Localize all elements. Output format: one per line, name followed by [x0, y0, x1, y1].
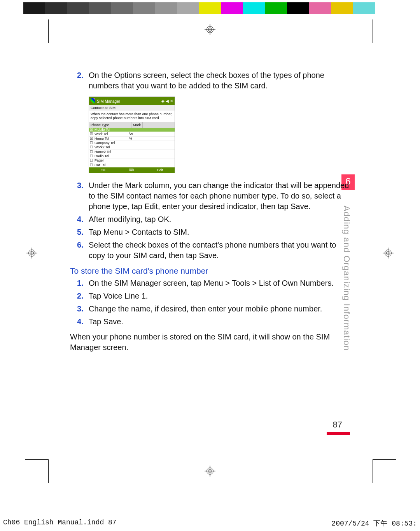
ss-bottombar: OK ⌨ Edit	[89, 167, 175, 173]
ss-row: ☐Home2 Tel	[89, 150, 175, 154]
crop-mark	[373, 43, 396, 43]
ss-keyboard-icon: ⌨	[129, 168, 134, 172]
crop-mark	[48, 459, 49, 483]
page-number-bar	[327, 432, 350, 435]
step-text: Tap Menu > Contacts to SIM.	[89, 228, 189, 236]
section-heading: To store the SIM card's phone number	[70, 266, 350, 276]
step-item: 3. Change the name, if desired, then ent…	[70, 304, 350, 314]
ss-edit: Edit	[157, 168, 163, 172]
crop-mark	[373, 459, 396, 460]
ss-checkbox: ☑	[89, 132, 94, 136]
ss-row: ☐Company Tel	[89, 141, 175, 145]
registration-mark-icon	[205, 24, 215, 35]
ss-checkbox: ☐	[89, 150, 94, 154]
ss-row: ☑Work Tel/W	[89, 132, 175, 136]
step-item: 2. Tap Voice Line 1.	[70, 291, 350, 301]
ss-row-mark	[129, 154, 144, 158]
printer-colorbar	[23, 2, 397, 14]
step-text: Change the name, if desired, then enter …	[89, 304, 322, 313]
step-item: 5. Tap Menu > Contacts to SIM.	[70, 227, 350, 237]
paragraph: When your phone number is stored on the …	[70, 332, 350, 353]
step-number: 3.	[77, 304, 84, 314]
step-number: 6.	[77, 240, 84, 250]
print-footer: Ch06_English_Manual.indd 87 2007/5/24 下午…	[3, 519, 417, 528]
step-item: 4. Tap Save.	[70, 316, 350, 327]
step-number: 4.	[77, 214, 84, 225]
ss-ok: OK	[101, 168, 106, 172]
ss-row: ☑Home Tel/H	[89, 137, 175, 141]
ss-row: ☐Work2 Tel	[89, 145, 175, 149]
ss-col-2: Mark	[131, 122, 143, 128]
ss-row-mark	[129, 158, 144, 162]
step-number: 4.	[77, 316, 84, 327]
ss-row-label: Radio Tel	[94, 154, 129, 158]
step-text: Tap Save.	[89, 317, 123, 326]
step-item: 6. Select the check boxes of the contact…	[70, 240, 350, 261]
embedded-device-screenshot: SIM Manager ◈ ◀ ✕ Contacts to SIM When t…	[89, 97, 175, 173]
step-number: 1.	[77, 278, 84, 288]
ss-description: When the contact has more than one phone…	[89, 111, 175, 122]
step-number: 5.	[77, 227, 84, 237]
step-text: Tap Voice Line 1.	[89, 292, 148, 300]
ss-titlebar: SIM Manager ◈ ◀ ✕	[89, 97, 175, 105]
ss-row-label: Company Tel	[94, 141, 129, 145]
ss-row-mark	[129, 145, 144, 149]
ss-row: ☐Pager	[89, 158, 175, 163]
crop-mark	[373, 459, 373, 483]
ss-row-mark	[129, 150, 144, 154]
ss-row: ☐Radio Tel	[89, 154, 175, 158]
ss-checkbox: ☐	[89, 163, 94, 167]
ss-row-label: Mobile Tel	[94, 128, 129, 132]
steps-list-a-cont: 3. Under the Mark column, you can change…	[70, 180, 350, 261]
footer-datetime: 2007/5/24 下午 08:53:	[331, 519, 417, 528]
steps-list-a: 2. On the Options screen, select the che…	[70, 70, 350, 91]
step-text: Select the check boxes of the contact's …	[89, 241, 336, 260]
registration-mark-icon	[383, 248, 394, 258]
ss-checkbox: ☐	[89, 154, 94, 158]
ss-status-icons: ◈ ◀ ✕	[161, 99, 173, 104]
step-text: On the Options screen, select the check …	[89, 71, 324, 90]
ss-checkbox: ☐	[89, 141, 94, 145]
registration-mark-icon	[205, 466, 215, 476]
ss-checkbox: ☐	[89, 158, 94, 162]
step-number: 2.	[77, 70, 84, 81]
crop-mark	[373, 19, 373, 43]
step-item: 2. On the Options screen, select the che…	[70, 70, 350, 91]
page-content: 2. On the Options screen, select the che…	[70, 70, 350, 353]
ss-row-mark	[129, 141, 144, 145]
ss-table-header: Phone Type Mark	[89, 122, 175, 128]
crop-mark	[25, 459, 48, 460]
ss-row-label: Pager	[94, 158, 129, 162]
step-item: 3. Under the Mark column, you can change…	[70, 180, 350, 212]
step-text: On the SIM Manager screen, tap Menu > To…	[89, 279, 334, 287]
steps-list-b: 1. On the SIM Manager screen, tap Menu >…	[70, 278, 350, 327]
ss-row-label: Work2 Tel	[94, 145, 129, 149]
ss-row-label: Home2 Tel	[94, 150, 129, 154]
step-number: 3.	[77, 180, 84, 191]
registration-mark-icon	[26, 248, 37, 258]
ss-row-mark	[129, 128, 144, 132]
ss-row-mark: /W	[129, 132, 144, 136]
ss-row-label: Work Tel	[94, 132, 129, 136]
crop-mark	[25, 43, 48, 43]
windows-icon	[91, 98, 95, 103]
ss-row: ☐Car Tel	[89, 163, 175, 167]
ss-row-label: Car Tel	[94, 163, 129, 167]
ss-row-label: Home Tel	[94, 137, 129, 141]
page-number: 87	[333, 420, 342, 430]
ss-row-mark: /H	[129, 137, 144, 141]
ss-subtitle: Contacts to SIM	[89, 105, 175, 111]
step-number: 2.	[77, 291, 84, 301]
step-text: Under the Mark column, you can change th…	[89, 181, 349, 211]
ss-title-text: SIM Manager	[97, 99, 120, 104]
step-text: After modifying, tap OK.	[89, 215, 171, 223]
ss-row: ☑Mobile Tel	[89, 128, 175, 132]
step-item: 1. On the SIM Manager screen, tap Menu >…	[70, 278, 350, 288]
step-item: 4. After modifying, tap OK.	[70, 214, 350, 225]
crop-mark	[48, 19, 49, 43]
ss-checkbox: ☑	[89, 137, 94, 141]
ss-checkbox: ☐	[89, 145, 94, 149]
ss-checkbox: ☑	[89, 128, 94, 132]
ss-row-mark	[129, 163, 144, 167]
footer-file-info: Ch06_English_Manual.indd 87	[3, 519, 117, 528]
